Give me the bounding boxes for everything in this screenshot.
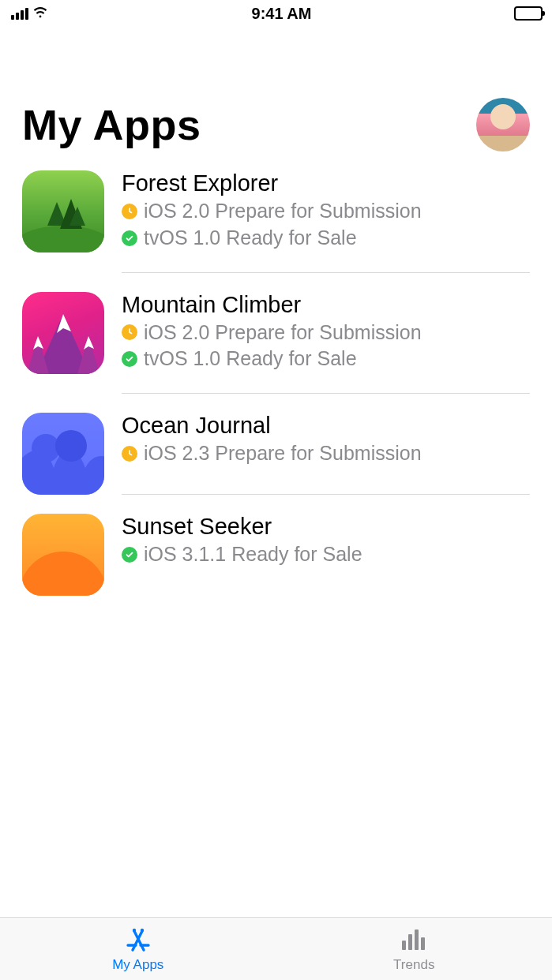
svg-line-13 — [134, 931, 144, 950]
page-header: My Apps — [0, 27, 552, 163]
app-name: Sunset Seeker — [122, 514, 530, 540]
svg-line-14 — [133, 931, 142, 950]
clock-icon — [122, 446, 137, 462]
svg-rect-21 — [415, 930, 419, 950]
wifi-icon — [32, 3, 49, 24]
status-text: iOS 2.0 Prepare for Submission — [144, 198, 422, 225]
status-bar: 9:41 AM — [0, 0, 552, 27]
page-title: My Apps — [22, 100, 201, 149]
status-line: iOS 3.1.1 Ready for Sale — [122, 541, 530, 568]
status-line: iOS 2.3 Prepare for Submission — [122, 440, 530, 467]
tab-label: My Apps — [112, 957, 163, 973]
check-icon — [122, 351, 137, 367]
app-row-ocean-journal[interactable]: Ocean Journal iOS 2.3 Prepare for Submis… — [0, 405, 552, 506]
svg-point-0 — [22, 226, 104, 252]
clock-icon — [122, 204, 137, 219]
app-icon-mountain — [22, 292, 104, 374]
app-icon-sunset — [22, 514, 104, 596]
check-icon — [122, 547, 137, 563]
app-list: Forest Explorer iOS 2.0 Prepare for Subm… — [0, 163, 552, 917]
check-icon — [122, 230, 137, 246]
clock-icon — [122, 324, 137, 340]
tab-label: Trends — [393, 957, 434, 973]
status-line: tvOS 1.0 Ready for Sale — [122, 346, 530, 372]
app-icon-ocean — [22, 413, 104, 495]
app-name: Forest Explorer — [122, 170, 530, 196]
app-name: Mountain Climber — [122, 292, 530, 318]
status-text: tvOS 1.0 Ready for Sale — [144, 225, 357, 252]
app-content: Mountain Climber iOS 2.0 Prepare for Sub… — [122, 292, 530, 395]
app-content: Sunset Seeker iOS 3.1.1 Ready for Sale — [122, 514, 530, 596]
status-line: iOS 2.0 Prepare for Submission — [122, 320, 530, 346]
app-icon-forest — [22, 170, 104, 252]
profile-avatar[interactable] — [476, 98, 530, 151]
battery-icon — [514, 6, 543, 21]
tab-bar: My Apps Trends — [0, 917, 552, 980]
status-text: iOS 2.3 Prepare for Submission — [144, 440, 422, 467]
svg-point-17 — [133, 929, 136, 932]
svg-rect-22 — [421, 937, 425, 950]
status-text: iOS 2.0 Prepare for Submission — [144, 320, 422, 346]
status-text: iOS 3.1.1 Ready for Sale — [144, 541, 362, 568]
status-line: tvOS 1.0 Ready for Sale — [122, 225, 530, 252]
app-content: Ocean Journal iOS 2.3 Prepare for Submis… — [122, 413, 530, 495]
status-time: 9:41 AM — [49, 5, 514, 23]
svg-point-11 — [55, 430, 87, 462]
app-store-icon — [123, 925, 153, 955]
app-row-forest-explorer[interactable]: Forest Explorer iOS 2.0 Prepare for Subm… — [0, 163, 552, 284]
status-line: iOS 2.0 Prepare for Submission — [122, 198, 530, 225]
app-row-mountain-climber[interactable]: Mountain Climber iOS 2.0 Prepare for Sub… — [0, 284, 552, 406]
svg-rect-20 — [408, 934, 412, 950]
tab-my-apps[interactable]: My Apps — [0, 918, 276, 980]
svg-point-12 — [22, 552, 104, 596]
status-text: tvOS 1.0 Ready for Sale — [144, 346, 357, 372]
status-right — [514, 6, 543, 21]
svg-point-18 — [141, 929, 144, 932]
bar-chart-icon — [399, 925, 429, 955]
cellular-signal-icon — [11, 7, 28, 20]
svg-rect-19 — [402, 941, 406, 950]
tab-trends[interactable]: Trends — [276, 918, 553, 980]
app-name: Ocean Journal — [122, 413, 530, 439]
status-left — [11, 3, 49, 24]
app-content: Forest Explorer iOS 2.0 Prepare for Subm… — [122, 170, 530, 273]
app-row-sunset-seeker[interactable]: Sunset Seeker iOS 3.1.1 Ready for Sale — [0, 506, 552, 607]
